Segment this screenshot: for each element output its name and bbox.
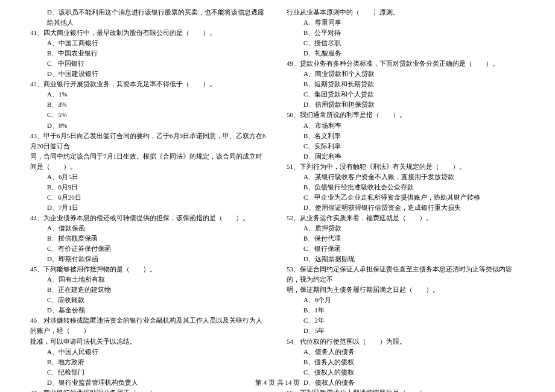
option-line: C、银行保函 bbox=[287, 244, 525, 254]
option-line: D、8% bbox=[30, 121, 268, 131]
option-line: C、2年 bbox=[287, 315, 525, 326]
option-line: A、中国人民银行 bbox=[30, 347, 268, 357]
question-stem: 53、保证合同约定保证人承担保证责任直至主债务本息还清时为止等类似内容的，视为约… bbox=[287, 264, 525, 285]
exam-page: D、该职员不能利用这个消息进行该银行股票的买卖，也不能将该信息透露给其他人41、… bbox=[0, 0, 555, 392]
option-line: A、债务人的债务 bbox=[287, 347, 525, 357]
option-line: A、中国工商银行 bbox=[30, 38, 268, 48]
option-line: D、礼貌服务 bbox=[287, 48, 525, 58]
option-line: B、负债银行经批准吸收社会公众存款 bbox=[287, 182, 525, 192]
option-line: C、纪检部门 bbox=[30, 367, 268, 378]
question-stem: 42、商业银行开展贷款业务，其资本充足率不得低于（ ）。 bbox=[30, 79, 268, 89]
option-line: B、名义利率 bbox=[287, 131, 525, 141]
option-line: B、短期贷款和长期贷款 bbox=[287, 79, 525, 89]
option-line: A、商业贷款和个人贷款 bbox=[287, 69, 525, 79]
option-line: C、5% bbox=[30, 110, 268, 120]
question-stem: 51、下列行为中，没有触犯《刑法》有关规定的是（ ）。 bbox=[287, 162, 525, 172]
option-line: D、远期票据贴现 bbox=[287, 254, 525, 264]
question-stem: 同，合同中约定该合同于7月1日生效。根据《合同法》的规定，该合同的成立时间是（ … bbox=[30, 151, 268, 172]
option-line: B、地方政府 bbox=[30, 357, 268, 367]
option-line: B、1年 bbox=[287, 305, 525, 315]
option-line: C、有价证券保付保函 bbox=[30, 244, 268, 254]
question-stem: 明，保证期间为主债务履行期届满之日起（ ）。 bbox=[287, 285, 525, 295]
option-line: B、中国农业银行 bbox=[30, 48, 268, 58]
option-line: D、中国建设银行 bbox=[30, 69, 268, 79]
option-line: B、3% bbox=[30, 100, 268, 110]
question-stem: 47、商业银行的票据贴现业务属于（ ）。 bbox=[30, 388, 268, 392]
question-stem: 49、贷款业务有多种分类标准，下面对贷款业务分类正确的是（ ）。 bbox=[287, 58, 525, 69]
question-stem: 50、我们通常所说的利率是指（ ）。 bbox=[287, 110, 525, 120]
option-line: B、6月9日 bbox=[30, 182, 268, 192]
option-line: C、债权人的债权 bbox=[287, 367, 525, 378]
question-stem: 44、为企业债券本息的偿还或可转债提供的担保，该保函指的是（ ）。 bbox=[30, 213, 268, 223]
option-line: B、保付代理 bbox=[287, 233, 525, 244]
option-line: D、7月1日 bbox=[30, 203, 268, 213]
option-line: C、应收账款 bbox=[30, 295, 268, 305]
option-line: C、甲企业为乙企业走私所得资金提供账户，协助其财产转移 bbox=[287, 192, 525, 203]
option-line: A、1% bbox=[30, 89, 268, 100]
left-column: D、该职员不能利用这个消息进行该银行股票的买卖，也不能将该信息透露给其他人41、… bbox=[30, 7, 268, 392]
question-stem: 54、代位权的行使范围以（ ）为限。 bbox=[287, 337, 525, 347]
option-line: D、信用贷款和担保贷款 bbox=[287, 100, 525, 110]
question-stem: 52、从业务运作实质来看，福费廷就是（ ）。 bbox=[287, 213, 525, 223]
question-stem: 55、下列导致需求拉上型通货膨胀的是（ ）。 bbox=[287, 388, 525, 392]
option-line: A、市场利率 bbox=[287, 121, 525, 131]
option-line: B、正在建造的建筑物 bbox=[30, 285, 268, 295]
question-stem: 行业从业基本原则中的（ ）原则。 bbox=[287, 7, 525, 17]
option-line: B、授信额度保函 bbox=[30, 233, 268, 244]
option-line: A、6个月 bbox=[287, 295, 525, 305]
option-line: C、6月20日 bbox=[30, 192, 268, 203]
option-line: C、授信尽职 bbox=[287, 38, 525, 48]
option-line: D、基金份额 bbox=[30, 305, 268, 315]
option-line: C、实际利率 bbox=[287, 141, 525, 151]
option-line: A、质押贷款 bbox=[287, 223, 525, 233]
option-line: D、即期付款保函 bbox=[30, 254, 268, 264]
question-stem: 45、下列能够被用作抵押物的是（ ）。 bbox=[30, 264, 268, 274]
option-line: B、公平对待 bbox=[287, 28, 525, 38]
option-line: D、固定利率 bbox=[287, 151, 525, 162]
question-stem: 批准，可以申请司法机关予以冻结。 bbox=[30, 337, 268, 347]
question-stem: 41、四大商业银行中，最早改制为股份有限公司的是（ ）。 bbox=[30, 28, 268, 38]
option-line: A、6月5日 bbox=[30, 172, 268, 182]
option-line: A、某银行吸收客户资金不入账，直接用于发放贷款 bbox=[287, 172, 525, 182]
option-line: C、中国银行 bbox=[30, 58, 268, 69]
option-line: A、尊重同事 bbox=[287, 17, 525, 28]
option-line: D、该职员不能利用这个消息进行该银行股票的买卖，也不能将该信息透露给其他人 bbox=[30, 7, 268, 28]
option-line: D、5年 bbox=[287, 326, 525, 336]
page-footer: 第 4 页 共 14 页 bbox=[0, 378, 555, 387]
option-line: C、集团贷款和个人贷款 bbox=[287, 89, 525, 100]
question-stem: 43、甲于6月5日向乙发出签订合同的要约，乙于6月9日承诺同意，甲、乙双方在6月… bbox=[30, 131, 268, 151]
right-column: 行业从业基本原则中的（ ）原则。A、尊重同事B、公平对待C、授信尽职D、礼貌服务… bbox=[287, 7, 525, 392]
option-line: A、国有土地所有权 bbox=[30, 274, 268, 285]
option-line: D、使用假证明获得银行借贷资金，造成银行重大损失 bbox=[287, 203, 525, 213]
option-line: B、债务人的债权 bbox=[287, 357, 525, 367]
option-line: A、借款保函 bbox=[30, 223, 268, 233]
question-stem: 46、对涉嫌转移或隐匿违法资金的银行业金融机构及其工作人员以及关联行为人的账户，… bbox=[30, 315, 268, 336]
